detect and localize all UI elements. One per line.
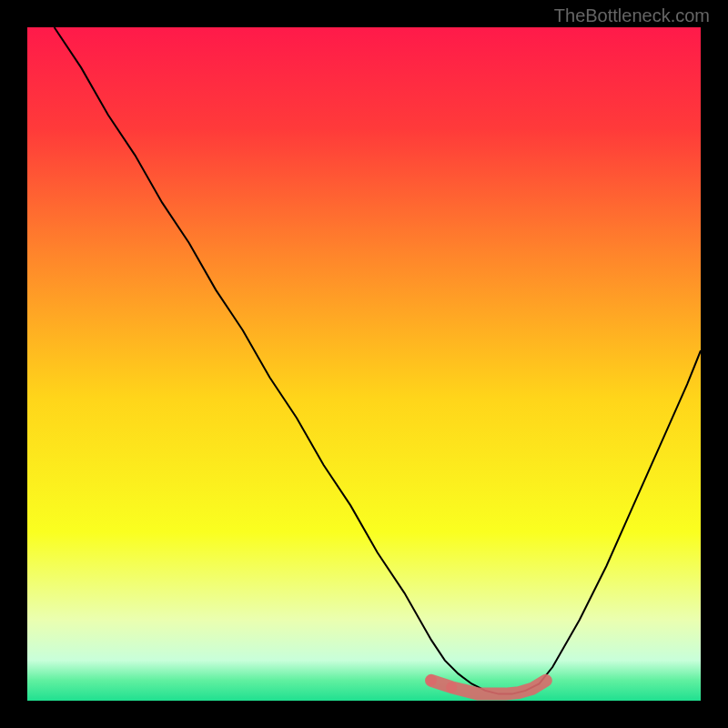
optimal-range-markers <box>426 675 546 694</box>
svg-point-2 <box>446 682 457 693</box>
bottleneck-curve <box>55 27 701 694</box>
svg-point-1 <box>426 675 437 686</box>
chart-curve-layer <box>27 27 701 701</box>
watermark-text: TheBottleneck.com <box>554 5 710 26</box>
chart-plot-area <box>27 27 701 701</box>
